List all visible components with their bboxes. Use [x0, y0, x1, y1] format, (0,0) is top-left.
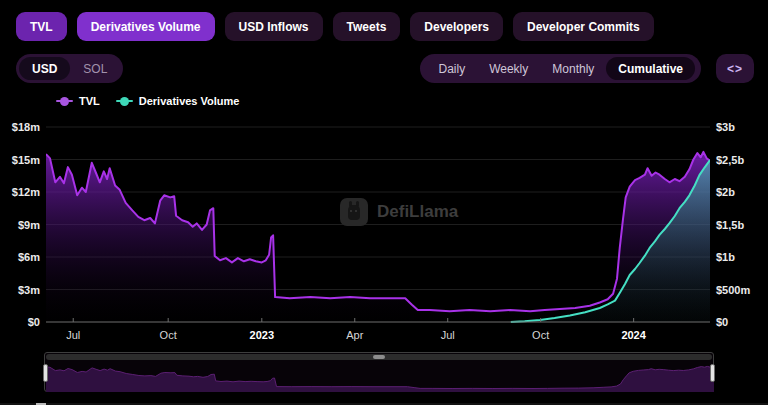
x-axis-label: Oct	[532, 329, 549, 341]
y-axis-left-label: $0	[0, 315, 40, 329]
legend-marker-dot	[60, 97, 69, 106]
metric-tabs: TVLDerivatives VolumeUSD InflowsTweetsDe…	[16, 12, 654, 41]
y-axis-right-label: $0	[716, 315, 728, 329]
y-axis-right-label: $1b	[716, 250, 735, 264]
tab-tvl[interactable]: TVL	[16, 12, 67, 41]
x-axis-label: Apr	[346, 329, 363, 341]
legend-label: Derivatives Volume	[139, 95, 240, 107]
legend-marker-icon	[56, 97, 73, 106]
y-axis-right-label: $2b	[716, 185, 735, 199]
tab-developers[interactable]: Developers	[410, 12, 503, 41]
legend-label: TVL	[79, 95, 100, 107]
brush-scrollbar-grip[interactable]	[373, 355, 385, 359]
legend-item-derivatives-volume[interactable]: Derivatives Volume	[116, 95, 240, 107]
tab-derivatives-volume[interactable]: Derivatives Volume	[77, 12, 215, 41]
main-chart[interactable]	[46, 121, 710, 323]
period-option-monthly[interactable]: Monthly	[540, 57, 606, 80]
y-axis-right-label: $3b	[716, 120, 735, 134]
x-axis-label: 2024	[621, 329, 645, 341]
period-selector: DailyWeeklyMonthlyCumulative	[420, 54, 701, 83]
expand-chart-button[interactable]: <>	[716, 54, 754, 83]
x-axis-label: Jul	[441, 329, 455, 341]
brush-handle-left[interactable]	[43, 364, 48, 382]
period-option-daily[interactable]: Daily	[426, 57, 477, 80]
y-axis-left-label: $9m	[0, 218, 40, 232]
controls-row: USDSOL DailyWeeklyMonthlyCumulative <>	[16, 54, 754, 83]
y-axis-right-label: $500m	[716, 283, 750, 297]
y-axis-right-label: $1,5b	[716, 218, 744, 232]
y-axis-left-label: $3m	[0, 283, 40, 297]
currency-option-usd[interactable]: USD	[19, 57, 70, 80]
legend-marker-dot	[120, 97, 129, 106]
y-axis-left-label: $12m	[0, 185, 40, 199]
chart-page: TVLDerivatives VolumeUSD InflowsTweetsDe…	[0, 0, 768, 405]
legend-marker-icon	[116, 97, 133, 106]
tab-tweets[interactable]: Tweets	[333, 12, 401, 41]
y-axis-right-label: $2,5b	[716, 153, 744, 167]
legend-item-tvl[interactable]: TVL	[56, 95, 100, 107]
tab-usd-inflows[interactable]: USD Inflows	[225, 12, 323, 41]
brush-preview-chart	[46, 360, 714, 392]
x-axis-label: Oct	[160, 329, 177, 341]
y-axis-left-label: $6m	[0, 250, 40, 264]
x-axis-label: 2023	[250, 329, 274, 341]
currency-option-sol[interactable]: SOL	[70, 57, 120, 80]
x-axis-label: Jul	[66, 329, 80, 341]
y-axis-left-label: $15m	[0, 153, 40, 167]
currency-toggle: USDSOL	[16, 54, 123, 83]
y-axis-left-label: $18m	[0, 120, 40, 134]
period-option-weekly[interactable]: Weekly	[477, 57, 540, 80]
chart-legend: TVLDerivatives Volume	[56, 95, 239, 107]
expand-icon: <>	[727, 62, 743, 76]
brush-handle-right[interactable]	[710, 364, 715, 382]
tab-developer-commits[interactable]: Developer Commits	[513, 12, 654, 41]
range-brush[interactable]	[44, 352, 714, 392]
period-option-cumulative[interactable]: Cumulative	[606, 57, 695, 80]
